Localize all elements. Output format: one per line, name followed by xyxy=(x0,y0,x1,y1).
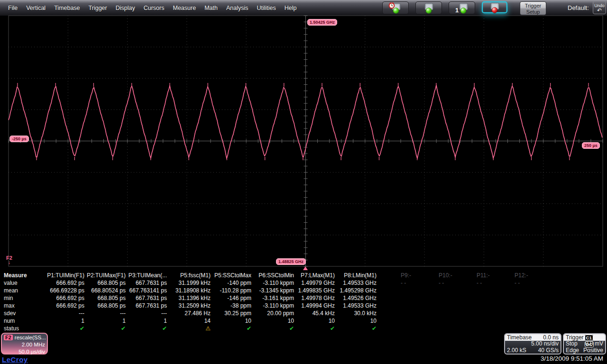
measure-cell: 31.1396 kHz xyxy=(167,294,211,302)
measure-cell: P7:LMax(M1) xyxy=(294,272,335,279)
measure-cell: P5:SSCtolMax xyxy=(211,272,251,279)
timebase-title: Timebase xyxy=(507,334,532,341)
vertical-scale-top-badge: 1.50425 GHz xyxy=(307,19,337,26)
timebase-left-badge: -250 µs xyxy=(9,136,29,142)
measure-cell: 31.2509 kHz xyxy=(167,302,211,309)
measure-cell: sdev xyxy=(4,309,28,317)
measure-cell: 667.763141 ps xyxy=(126,287,167,294)
measure-cell: P2:TUIMax(F1) xyxy=(84,272,126,279)
measure-cell: --- xyxy=(126,309,167,317)
measure-cell: 1.49533 GHz xyxy=(335,302,377,309)
measure-cell: max xyxy=(4,302,28,309)
measure-cell: 667.7631 ps xyxy=(126,294,167,302)
measure-cell: 667.7631 ps xyxy=(126,302,167,309)
lecroy-logo: LeCroy xyxy=(2,355,28,364)
measure-cell: 1 xyxy=(28,317,84,325)
measure-cell: 1 xyxy=(84,317,126,325)
measure-row-sdev: sdev---------27.486 Hz30.25 ppm20.00 ppm… xyxy=(4,309,377,317)
measure-header-row: MeasureP1:TUIMin(F1)P2:TUIMax(F1)P3:TUIM… xyxy=(4,272,377,279)
trigger-badges: C1 DC xyxy=(584,334,603,341)
trigger-mode: Stop xyxy=(566,341,578,347)
f2-descriptor-box[interactable]: F2rescale(SS... 2.00 MHz 50.0 µs/div xyxy=(1,333,48,355)
measure-row-mean: mean666.69228 ps668.80524 ps667.763141 p… xyxy=(4,287,377,294)
measure-cell: -3.110 kppm xyxy=(251,302,294,309)
status-ok-icon: ✔ xyxy=(294,325,335,332)
f2-horizontal-scale: 50.0 µs/div xyxy=(4,348,45,355)
trigger-type: Edge xyxy=(566,347,579,354)
measure-cell: 1.49979 GHz xyxy=(294,279,335,287)
measure-cell: P8:LMin(M1) xyxy=(335,272,377,279)
measure-cell: --- xyxy=(28,309,84,317)
measure-cell: 666.692 ps xyxy=(28,279,84,287)
timebase-scale: 5.00 ns/div xyxy=(531,341,559,347)
measure-cell: -110.28 ppm xyxy=(211,287,251,294)
measure-cell: 668.805 ps xyxy=(84,294,126,302)
measure-cell: value xyxy=(4,279,28,287)
measure-row-min: min666.692 ps668.805 ps667.7631 ps31.139… xyxy=(4,294,377,302)
timebase-strip: Timebase 0.0 ns xyxy=(505,334,561,341)
measure-cell: 1.499835 GHz xyxy=(294,287,335,294)
measure-cell: -3.110 kppm xyxy=(251,279,294,287)
status-ok-icon: ✔ xyxy=(335,325,377,332)
datetime-display: 3/18/2009 9:51:05 AM xyxy=(541,355,603,362)
measure-cell: status xyxy=(4,325,28,332)
measure-inactive-column: P11:- - - xyxy=(477,272,490,287)
measure-cell: 667.7631 ps xyxy=(126,279,167,287)
status-ok-icon: ✔ xyxy=(211,325,251,332)
status-ok-icon: ✔ xyxy=(84,325,126,332)
measure-cell: 668.805 ps xyxy=(84,279,126,287)
measure-cell: 20.00 ppm xyxy=(251,309,294,317)
measure-cell: -146 ppm xyxy=(211,294,251,302)
measure-cell: --- xyxy=(84,309,126,317)
measure-cell: 1.49978 GHz xyxy=(294,294,335,302)
status-ok-icon: ✔ xyxy=(126,325,167,332)
f2-vertical-scale: 2.00 MHz xyxy=(4,341,45,348)
measure-cell: 666.692 ps xyxy=(28,302,84,309)
trigger-box[interactable]: Trigger C1 DC Stop 0.0 mV Edge Positive xyxy=(563,333,606,355)
vertical-scale-bottom-badge: 1.48825 GHz xyxy=(276,258,306,265)
measure-cell: num xyxy=(4,317,28,325)
measure-inactive-column: P12:- - - xyxy=(515,272,528,287)
measure-row-status: status✔✔✔⚠✔✔✔✔ xyxy=(4,325,377,332)
measure-cell: P5:fssc(M1) xyxy=(167,272,211,279)
trigger-slope: Positive xyxy=(583,347,603,354)
f2-trace-marker: F2 ↓ xyxy=(6,256,12,264)
measure-cell: 45.4 kHz xyxy=(294,309,335,317)
measure-cell: 30.25 ppm xyxy=(211,309,251,317)
measure-cell: 1.49994 GHz xyxy=(294,302,335,309)
measure-cell: 10 xyxy=(251,317,294,325)
measure-cell: 27.486 Hz xyxy=(167,309,211,317)
status-warning-icon: ⚠ xyxy=(167,325,211,332)
measure-cell: P6:SSCtolMin xyxy=(251,272,294,279)
timebase-offset: 0.0 ns xyxy=(543,334,559,341)
measure-inactive-column: P10:- - - xyxy=(439,272,452,287)
measure-cell: -3.1345 kppm xyxy=(251,287,294,294)
measure-cell: P3:TUIMean(... xyxy=(126,272,167,279)
measure-row-num: num1111410101010 xyxy=(4,317,377,325)
timebase-samples: 2.00 kS xyxy=(507,347,526,354)
measure-cell: -38 ppm xyxy=(211,302,251,309)
timebase-box[interactable]: Timebase 0.0 ns 5.00 ns/div 2.00 kS 40 G… xyxy=(504,333,561,355)
f2-function-name: rescale(SS... xyxy=(15,335,46,340)
trigger-type-row: Edge Positive xyxy=(564,347,605,354)
measure-cell: P1:TUIMin(F1) xyxy=(28,272,84,279)
measure-cell: Measure xyxy=(4,272,28,279)
measure-cell: 1 xyxy=(126,317,167,325)
measure-row-max: max666.692 ps668.805 ps667.7631 ps31.250… xyxy=(4,302,377,309)
measure-cell: 1.495298 GHz xyxy=(335,287,377,294)
measure-cell: 31.1999 kHz xyxy=(167,279,211,287)
f2-channel-badge: F2 xyxy=(4,335,13,340)
measure-table: MeasureP1:TUIMin(F1)P2:TUIMax(F1)P3:TUIM… xyxy=(4,272,377,332)
measure-cell: 10 xyxy=(294,317,335,325)
measure-cell: 668.805 ps xyxy=(84,302,126,309)
measure-cell: 666.69228 ps xyxy=(28,287,84,294)
status-ok-icon: ✔ xyxy=(28,325,84,332)
timebase-scale-row: 5.00 ns/div xyxy=(505,341,561,347)
status-ok-icon: ✔ xyxy=(251,325,294,332)
measure-row-value: value666.692 ps668.805 ps667.7631 ps31.1… xyxy=(4,279,377,287)
measure-cell: 1.49526 GHz xyxy=(335,294,377,302)
trigger-position-marker-icon xyxy=(303,266,308,270)
measure-cell: 10 xyxy=(335,317,377,325)
measure-cell: min xyxy=(4,294,28,302)
measure-cell: 30.0 kHz xyxy=(335,309,377,317)
